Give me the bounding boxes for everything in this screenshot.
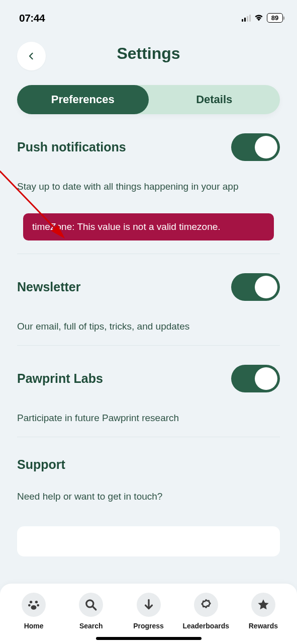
nav-label: Rewards — [249, 622, 278, 630]
nav-search[interactable]: Search — [62, 593, 120, 630]
support-desc: Need help or want to get in touch? — [17, 491, 280, 502]
badge-icon — [194, 593, 218, 617]
nav-label: Progress — [133, 622, 164, 630]
nav-label: Search — [79, 622, 103, 630]
svg-point-5 — [37, 604, 39, 607]
nav-leaderboards[interactable]: Leaderboards — [177, 593, 235, 630]
setting-support: Support Need help or want to get in touc… — [17, 437, 280, 556]
svg-point-4 — [28, 604, 31, 607]
paw-icon — [22, 593, 46, 617]
setting-pawprint-labs: Pawprint Labs Participate in future Pawp… — [17, 346, 280, 437]
svg-point-3 — [35, 601, 38, 603]
search-icon — [79, 593, 103, 617]
nav-label: Leaderboards — [182, 622, 229, 630]
arrow-down-icon — [137, 593, 161, 617]
setting-title: Push notifications — [17, 140, 126, 154]
content: Push notifications Stay up to date with … — [0, 114, 297, 556]
tabs: Preferences Details — [17, 85, 280, 114]
support-title: Support — [17, 457, 280, 472]
status-indicators: 89 — [242, 13, 283, 23]
back-button[interactable] — [17, 42, 46, 70]
header: Settings — [0, 28, 297, 73]
tab-preferences[interactable]: Preferences — [17, 85, 149, 114]
svg-line-8 — [93, 606, 96, 610]
toggle-newsletter[interactable] — [231, 273, 280, 301]
cellular-signal-icon — [242, 15, 251, 22]
setting-title: Newsletter — [17, 280, 80, 294]
setting-push-notifications: Push notifications Stay up to date with … — [17, 114, 280, 254]
error-banner: timeZone: This value is not a valid time… — [23, 213, 274, 240]
toggle-pawprint-labs[interactable] — [231, 365, 280, 392]
toggle-push-notifications[interactable] — [231, 133, 280, 161]
nav-progress[interactable]: Progress — [120, 593, 177, 630]
setting-title: Pawprint Labs — [17, 371, 103, 386]
star-icon — [251, 593, 275, 617]
nav-label: Home — [24, 622, 44, 630]
nav-rewards[interactable]: Rewards — [235, 593, 292, 630]
setting-desc: Participate in future Pawprint research — [17, 413, 280, 424]
support-card[interactable] — [17, 526, 280, 556]
setting-newsletter: Newsletter Our email, full of tips, tric… — [17, 254, 280, 346]
chevron-left-icon — [27, 52, 36, 60]
home-indicator[interactable] — [96, 637, 202, 640]
setting-desc: Our email, full of tips, tricks, and upd… — [17, 321, 280, 332]
wifi-icon — [254, 13, 264, 23]
svg-point-2 — [30, 601, 32, 603]
battery-indicator: 89 — [267, 13, 283, 23]
status-time: 07:44 — [19, 12, 45, 24]
setting-desc: Stay up to date with all things happenin… — [17, 181, 280, 192]
nav-home[interactable]: Home — [5, 593, 62, 630]
svg-point-6 — [31, 605, 37, 610]
status-bar: 07:44 89 — [0, 0, 297, 28]
bottom-nav: Home Search Progress Leaderboards Reward… — [0, 584, 297, 644]
page-title: Settings — [15, 40, 282, 63]
tab-details[interactable]: Details — [149, 85, 280, 114]
